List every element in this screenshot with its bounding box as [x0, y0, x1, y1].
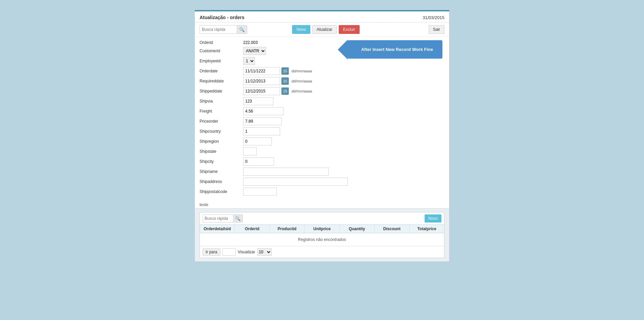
- freight-row: Freight: [200, 107, 444, 115]
- shipaddress-input[interactable]: [243, 178, 348, 186]
- requireddate-row: Requireddate 15 dd/mm/aaaa: [200, 77, 444, 85]
- sub-novo-button[interactable]: Novo: [425, 214, 441, 222]
- priceorder-input[interactable]: [243, 117, 282, 125]
- requireddate-format: dd/mm/aaaa: [291, 79, 312, 83]
- sub-toolbar: 🔍 Novo: [200, 212, 444, 225]
- shipaddress-row: Shipaddress: [200, 178, 444, 186]
- excluir-button[interactable]: Excluir: [339, 25, 360, 34]
- shipregion-row: Shipregion: [200, 137, 444, 145]
- visualizar-select[interactable]: 10 25 50 100: [257, 248, 272, 256]
- callout-text: After Insert New Record Work Fine: [348, 40, 442, 59]
- freight-label: Freight: [200, 109, 243, 114]
- sair-button[interactable]: Sair: [429, 25, 444, 34]
- panel-title: Atualização - orders: [200, 15, 245, 20]
- col-orderid: Orderid: [235, 225, 270, 233]
- shipvia-input[interactable]: [243, 97, 273, 105]
- shipname-label: Shipname: [200, 169, 243, 174]
- atualizar-button[interactable]: Atualizar: [312, 25, 337, 34]
- shipvia-label: Shipvia: [200, 99, 243, 104]
- shipcity-label: Shipcity: [200, 159, 243, 164]
- table-empty-message: Registros não encontrados: [200, 233, 444, 246]
- shipregion-input[interactable]: [243, 137, 272, 145]
- shippostalcode-label: Shippostalcode: [200, 189, 243, 194]
- shipcity-input[interactable]: [243, 157, 274, 166]
- panel-header: Atualização - orders 31/03/2015: [195, 11, 449, 22]
- shippeddate-row: Shippeddate 15 dd/mm/aaaa: [200, 87, 444, 95]
- requireddate-group: 15 dd/mm/aaaa: [243, 77, 312, 85]
- requireddate-calendar-icon[interactable]: 15: [281, 77, 289, 85]
- form-section: After Insert New Record Work Fine Orderi…: [195, 37, 449, 201]
- col-totalprice: Totalprice: [410, 225, 444, 233]
- col-unitprice: Unitprice: [305, 225, 339, 233]
- shipvia-row: Shipvia: [200, 97, 444, 105]
- orderdate-label: Orderdate: [200, 69, 243, 73]
- sub-search-box[interactable]: 🔍: [203, 214, 243, 222]
- shipcountry-label: Shipcountry: [200, 129, 243, 134]
- requireddate-input[interactable]: [243, 77, 280, 85]
- teste-label: teste: [195, 201, 449, 208]
- priceorder-label: Priceorder: [200, 119, 243, 124]
- shipstate-label: Shipstate: [200, 149, 243, 154]
- shipaddress-label: Shipaddress: [200, 179, 243, 184]
- main-search-input[interactable]: [200, 25, 237, 34]
- panel-date: 31/03/2015: [423, 15, 444, 20]
- shippostalcode-input[interactable]: [243, 188, 277, 196]
- shippeddate-format: dd/mm/aaaa: [291, 89, 312, 93]
- sub-search-button[interactable]: 🔍: [233, 215, 243, 222]
- customerid-label: Customerid: [200, 49, 243, 53]
- shipcountry-input[interactable]: [243, 127, 280, 135]
- shipname-input[interactable]: [243, 168, 329, 176]
- employeeid-select[interactable]: 1: [243, 57, 255, 65]
- orderdate-input[interactable]: [243, 67, 280, 75]
- freight-input[interactable]: [243, 107, 283, 115]
- shippeddate-calendar-icon[interactable]: 15: [281, 87, 289, 95]
- orderdate-calendar-icon[interactable]: 15: [281, 67, 289, 75]
- shipregion-label: Shipregion: [200, 139, 243, 144]
- shipstate-row: Shipstate: [200, 147, 444, 155]
- callout-arrow: After Insert New Record Work Fine: [348, 40, 442, 59]
- orderid-label: Orderid: [200, 40, 243, 45]
- orderdate-group: 15 dd/mm/aaaa: [243, 67, 312, 75]
- novo-button[interactable]: Novo: [292, 25, 310, 34]
- goto-button[interactable]: Ir para: [203, 248, 220, 256]
- col-orderdetailsid: Orderdetailsid: [200, 225, 235, 233]
- priceorder-row: Priceorder: [200, 117, 444, 125]
- shippostalcode-row: Shippostalcode: [200, 188, 444, 196]
- goto-input[interactable]: [222, 248, 236, 256]
- toolbar: 🔍 Novo Atualizar Excluir Sair: [195, 22, 449, 37]
- shippeddate-input[interactable]: [243, 87, 280, 95]
- sub-panel: 🔍 Novo Orderdetailsid Orderid Productid …: [200, 212, 444, 258]
- employeeid-label: Employeeid: [200, 59, 243, 63]
- col-quantity: Quantity: [340, 225, 375, 233]
- sub-search-input[interactable]: [203, 215, 233, 222]
- sub-footer: Ir para Visualizar 10 25 50 100: [200, 246, 444, 258]
- sub-panel-wrapper: 🔍 Novo Orderdetailsid Orderid Productid …: [195, 208, 449, 261]
- main-search-button[interactable]: 🔍: [237, 25, 247, 34]
- sub-table-header: Orderdetailsid Orderid Productid Unitpri…: [200, 225, 444, 233]
- requireddate-label: Requireddate: [200, 79, 243, 83]
- orderdate-format: dd/mm/aaaa: [291, 69, 312, 73]
- visualizar-label: Visualizar: [238, 250, 255, 254]
- shipcity-row: Shipcity: [200, 157, 444, 166]
- main-search-box[interactable]: 🔍: [200, 25, 247, 34]
- shipstate-input[interactable]: [243, 147, 257, 155]
- main-panel: Atualização - orders 31/03/2015 🔍 Novo A…: [195, 10, 449, 262]
- col-discount: Discount: [375, 225, 410, 233]
- shippeddate-label: Shippeddate: [200, 89, 243, 93]
- shippeddate-group: 15 dd/mm/aaaa: [243, 87, 312, 95]
- orderid-value: 222.003: [243, 40, 258, 45]
- shipcountry-row: Shipcountry: [200, 127, 444, 135]
- customerid-select[interactable]: ANATR: [243, 47, 266, 55]
- orderdate-row: Orderdate 15 dd/mm/aaaa: [200, 67, 444, 75]
- shipname-row: Shipname: [200, 168, 444, 176]
- col-productid: Productid: [270, 225, 305, 233]
